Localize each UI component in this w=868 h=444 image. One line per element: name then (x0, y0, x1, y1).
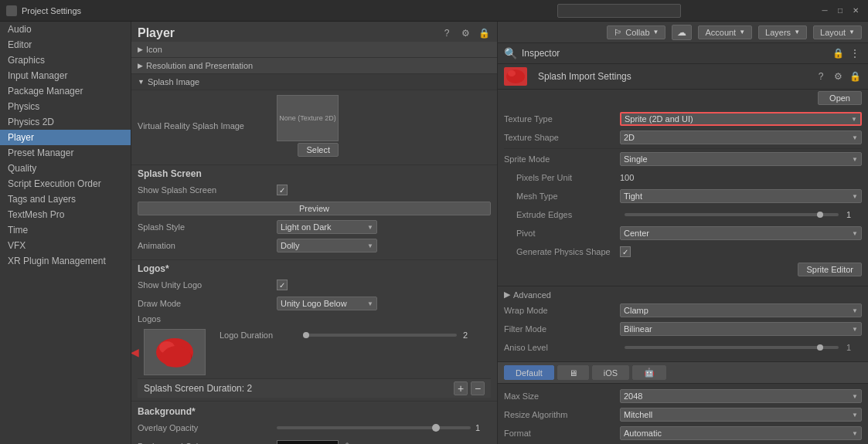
sidebar: Audio Editor Graphics Input Manager Pack… (0, 22, 131, 444)
advanced-label: Advanced (513, 290, 551, 300)
maximize-button[interactable]: □ (834, 5, 846, 16)
aniso-level-value: 1 (846, 343, 862, 352)
close-button[interactable]: ✕ (849, 5, 862, 16)
sidebar-item-player[interactable]: Player (0, 130, 131, 145)
sidebar-item-vfx[interactable]: VFX (0, 238, 131, 253)
tab-android[interactable]: 🤖 (632, 365, 666, 380)
import-help-button[interactable]: ? (814, 69, 828, 83)
sidebar-item-tags-layers[interactable]: Tags and Layers (0, 191, 131, 207)
advanced-header[interactable]: ▶ Advanced (504, 290, 862, 300)
draw-mode-dropdown[interactable]: Unity Logo Below ▼ (277, 297, 377, 310)
sprite-mode-dropdown[interactable]: Single ▼ (620, 152, 862, 166)
sidebar-item-input-manager[interactable]: Input Manager (0, 68, 131, 83)
select-button[interactable]: Select (298, 143, 339, 157)
collab-button[interactable]: 🏳 Collab ▼ (607, 25, 665, 39)
sidebar-item-xr[interactable]: XR Plugin Management (0, 253, 131, 269)
splash-screen-duration-label: Splash Screen Duration: 2 (144, 383, 252, 394)
cloud-button[interactable]: ☁ (672, 25, 692, 40)
logo-duration-slider[interactable] (303, 334, 457, 337)
preview-button[interactable]: Preview (138, 202, 491, 215)
import-lock-button[interactable]: 🔒 (848, 69, 862, 83)
max-size-dropdown[interactable]: 2048 ▼ (620, 389, 862, 403)
logo-duration-label: Logo Duration (220, 330, 297, 340)
show-splash-label: Show Splash Screen (138, 185, 277, 195)
settings-icon-btn[interactable]: ⚙ (458, 26, 472, 40)
tab-monitor[interactable]: 🖥 (557, 365, 589, 380)
format-dropdown[interactable]: Automatic ▼ (620, 426, 862, 440)
account-button[interactable]: Account ▼ (698, 25, 752, 39)
extrude-edges-slider[interactable] (625, 213, 839, 216)
layout-button[interactable]: Layout ▼ (813, 25, 862, 39)
mesh-type-arrow: ▼ (852, 193, 858, 200)
splash-style-dropdown[interactable]: Light on Dark ▼ (277, 220, 377, 234)
sidebar-item-time[interactable]: Time (0, 222, 131, 238)
overlay-opacity-slider[interactable] (277, 426, 471, 429)
sidebar-item-graphics[interactable]: Graphics (0, 53, 131, 68)
open-button[interactable]: Open (818, 91, 862, 105)
import-settings-button[interactable]: ⚙ (831, 69, 845, 83)
sprite-editor-button[interactable]: Sprite Editor (798, 263, 862, 276)
filter-mode-dropdown[interactable]: Bilinear ▼ (620, 322, 862, 336)
resize-algorithm-dropdown[interactable]: Mitchell ▼ (620, 408, 862, 422)
aniso-level-slider[interactable] (625, 346, 839, 349)
tab-default[interactable]: Default (504, 365, 554, 380)
tab-ios[interactable]: iOS (592, 365, 629, 380)
show-unity-logo-row: Show Unity Logo (138, 277, 491, 293)
vr-splash-row: Virtual Reality Splash Image None (Textu… (138, 95, 491, 157)
layers-label: Layers (765, 28, 791, 37)
search-input[interactable] (561, 6, 677, 15)
sidebar-item-physics-2d[interactable]: Physics 2D (0, 114, 131, 130)
panel-title: Player (138, 26, 175, 40)
sidebar-item-quality[interactable]: Quality (0, 161, 131, 176)
sidebar-item-package-manager[interactable]: Package Manager (0, 83, 131, 99)
help-icon-btn[interactable]: ? (440, 26, 454, 40)
window-title: Project Settings (22, 6, 420, 15)
gen-physics-checkbox[interactable] (620, 246, 631, 257)
pivot-dropdown[interactable]: Center ▼ (620, 226, 862, 240)
bg-color-pick-button[interactable]: ✎ (342, 439, 356, 444)
remove-logo-button[interactable]: − (471, 381, 485, 395)
texture-shape-dropdown[interactable]: 2D ▼ (620, 130, 862, 144)
lock-icon-btn[interactable]: 🔒 (477, 26, 491, 40)
inspector-lock-button[interactable]: 🔒 (831, 46, 845, 60)
resolution-section-header[interactable]: ▶ Resolution and Presentation (131, 58, 497, 74)
advanced-arrow-icon: ▶ (504, 290, 510, 300)
show-splash-checkbox[interactable] (277, 185, 288, 195)
sidebar-item-audio[interactable]: Audio (0, 22, 131, 37)
sidebar-item-preset-manager[interactable]: Preset Manager (0, 145, 131, 161)
add-logo-button[interactable]: + (454, 381, 468, 395)
sidebar-item-textmesh[interactable]: TextMesh Pro (0, 207, 131, 222)
sidebar-item-physics[interactable]: Physics (0, 99, 131, 114)
icon-section-header[interactable]: ▶ Icon (131, 42, 497, 58)
sprite-editor-row: Sprite Editor (504, 263, 862, 276)
texture-type-label: Texture Type (504, 114, 620, 124)
minimize-button[interactable]: ─ (819, 5, 831, 16)
layers-button[interactable]: Layers ▼ (758, 25, 807, 39)
bg-color-field[interactable] (277, 440, 339, 444)
panel-header: Player ? ⚙ 🔒 (131, 22, 497, 42)
splash-image-section-header[interactable]: ▼ Splash Image (131, 74, 497, 90)
sprite-mode-arrow: ▼ (852, 156, 858, 163)
texture-type-value: Sprite (2D and UI) (625, 114, 693, 124)
texture-type-dropdown[interactable]: Sprite (2D and UI) ▼ (620, 112, 862, 126)
animation-dropdown[interactable]: Dolly ▼ (277, 239, 377, 253)
draw-mode-value: Unity Logo Below (281, 299, 347, 308)
search-bar[interactable] (557, 4, 681, 18)
logo-preview-container: ◀ (144, 329, 206, 375)
show-unity-logo-checkbox[interactable] (277, 280, 288, 290)
sidebar-item-editor[interactable]: Editor (0, 37, 131, 53)
splash-screen-section: Splash Screen Show Splash Screen Preview… (131, 164, 497, 259)
import-settings-thumb (504, 67, 527, 86)
sidebar-item-script-execution[interactable]: Script Execution Order (0, 176, 131, 191)
filter-mode-value: Bilinear (624, 324, 652, 334)
splash-image-body: Virtual Reality Splash Image None (Textu… (131, 90, 497, 164)
svg-point-4 (508, 70, 516, 76)
wrap-mode-dropdown[interactable]: Clamp ▼ (620, 303, 862, 317)
max-size-label: Max Size (504, 391, 620, 401)
animation-label: Animation (138, 241, 277, 250)
inspector-menu-button[interactable]: ⋮ (848, 46, 862, 60)
overlay-opacity-row: Overlay Opacity 1 (138, 420, 491, 436)
app-icon (6, 5, 17, 16)
mesh-type-dropdown[interactable]: Tight ▼ (620, 189, 862, 203)
inspector-header: 🔍 Inspector 🔒 ⋮ (498, 43, 868, 64)
